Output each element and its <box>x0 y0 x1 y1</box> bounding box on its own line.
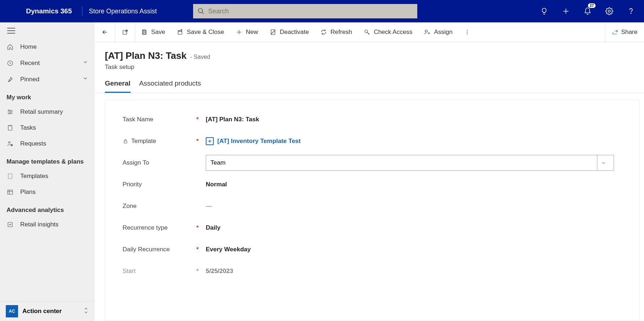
svg-rect-20 <box>8 190 13 194</box>
label-priority: Priority <box>123 181 195 188</box>
save-icon <box>141 29 148 35</box>
notification-count: 27 <box>588 3 596 8</box>
global-search[interactable] <box>193 4 417 18</box>
help-button[interactable] <box>625 5 637 17</box>
nav-pinned[interactable]: Pinned <box>0 71 95 87</box>
plus-icon <box>236 29 242 35</box>
app-switcher-badge: AC <box>6 305 18 317</box>
save-close-button[interactable]: Save & Close <box>171 22 230 42</box>
assign-button[interactable]: Assign <box>418 22 458 42</box>
clock-icon <box>7 60 13 66</box>
label-template: Template <box>123 138 195 145</box>
refresh-button[interactable]: Refresh <box>315 22 358 42</box>
required-marker: * <box>195 268 200 275</box>
deactivate-icon <box>270 29 276 35</box>
app-switcher[interactable]: AC Action center <box>0 301 95 321</box>
svg-rect-19 <box>8 174 12 179</box>
svg-point-36 <box>467 34 468 34</box>
svg-point-5 <box>631 13 631 13</box>
nav-pinned-label: Pinned <box>20 76 39 83</box>
pin-icon <box>7 76 13 83</box>
value-recurrence-type[interactable]: Daily <box>206 224 614 231</box>
main-area: Save Save & Close New Deactivate Refresh… <box>95 22 644 321</box>
nav-templates[interactable]: Templates <box>0 168 95 184</box>
assign-icon <box>424 29 430 35</box>
check-access-label: Check Access <box>374 29 413 36</box>
value-priority[interactable]: Normal <box>206 181 614 188</box>
save-button[interactable]: Save <box>135 22 171 42</box>
open-new-window-button[interactable] <box>115 22 135 42</box>
deactivate-button[interactable]: Deactivate <box>264 22 315 42</box>
nav-requests-label: Requests <box>20 140 46 147</box>
nav-home-label: Home <box>20 43 37 51</box>
chevron-down-icon <box>597 155 609 170</box>
brand-name[interactable]: Dynamics 365 <box>0 7 81 15</box>
svg-rect-26 <box>143 32 145 34</box>
notifications-button[interactable]: 27 <box>582 5 593 17</box>
nav-plans[interactable]: Plans <box>0 184 95 200</box>
chevron-down-icon[interactable] <box>82 75 88 83</box>
value-task-name[interactable]: [AT] Plan N3: Task <box>206 116 614 123</box>
nav-requests[interactable]: Requests <box>0 136 95 152</box>
lightbulb-icon[interactable] <box>538 5 550 17</box>
chevron-down-icon[interactable] <box>82 59 88 67</box>
field-assign-to: Assign To Team <box>123 152 614 174</box>
page-saved-label: - Saved <box>190 54 210 60</box>
value-template[interactable]: [AT] Inventory Template Test <box>206 137 614 145</box>
svg-line-1 <box>202 12 204 14</box>
field-priority: Priority Normal <box>123 174 614 195</box>
value-zone[interactable]: --- <box>206 203 614 210</box>
label-daily-recurrence: Daily Recurrence <box>123 246 195 253</box>
nav-tasks-label: Tasks <box>20 124 36 131</box>
page-subtitle: Task setup <box>105 64 644 71</box>
assign-to-select[interactable]: Team <box>206 155 614 171</box>
plus-icon[interactable] <box>560 5 572 17</box>
page-header: [AT] Plan N3: Task - Saved Task setup <box>95 42 644 71</box>
global-header: Dynamics 365 Store Operations Assist 27 <box>0 0 644 22</box>
label-recurrence-type: Recurrence type <box>123 224 195 231</box>
brand-divider <box>82 6 82 16</box>
svg-point-15 <box>9 113 10 114</box>
check-access-button[interactable]: Check Access <box>358 22 418 42</box>
nav-tasks[interactable]: Tasks <box>0 120 95 136</box>
new-button[interactable]: New <box>230 22 264 42</box>
save-label: Save <box>151 29 165 36</box>
svg-rect-37 <box>124 141 127 143</box>
chevrons-updown-icon[interactable] <box>83 307 89 316</box>
share-button[interactable]: Share <box>605 22 644 42</box>
header-icons: 27 <box>538 5 644 17</box>
refresh-label: Refresh <box>330 29 352 36</box>
nav-recent[interactable]: Recent <box>0 55 95 71</box>
bell-icon <box>584 7 592 15</box>
tab-general[interactable]: General <box>105 79 131 93</box>
required-marker: * <box>195 246 200 253</box>
app-switcher-label: Action center <box>22 308 62 315</box>
svg-point-35 <box>467 32 468 32</box>
back-button[interactable] <box>95 22 115 42</box>
nav-home[interactable]: Home <box>0 39 95 55</box>
overflow-button[interactable] <box>458 22 476 42</box>
svg-point-14 <box>11 112 12 113</box>
tab-associated-products[interactable]: Associated products <box>139 79 201 93</box>
svg-point-4 <box>608 10 610 12</box>
label-assign-to: Assign To <box>123 159 195 166</box>
svg-rect-25 <box>143 30 145 31</box>
nav-retail-insights[interactable]: Retail insights <box>0 217 95 233</box>
new-label: New <box>246 29 258 36</box>
field-daily-recurrence: Daily Recurrence * Every Weekday <box>123 239 614 260</box>
search-icon <box>197 8 205 15</box>
value-daily-recurrence[interactable]: Every Weekday <box>206 246 614 253</box>
label-start: Start <box>123 268 195 275</box>
hamburger-icon <box>7 27 15 34</box>
app-name[interactable]: Store Operations Assist <box>89 8 157 15</box>
settings-button[interactable] <box>604 5 615 17</box>
assign-to-value: Team <box>210 159 226 166</box>
hamburger-button[interactable] <box>0 22 95 39</box>
nav-retail-insights-label: Retail insights <box>20 221 59 228</box>
form-panel: Task Name * [AT] Plan N3: Task Template … <box>105 100 640 321</box>
svg-point-13 <box>9 110 10 111</box>
search-input[interactable] <box>205 8 413 15</box>
value-start[interactable]: 5/25/2023 <box>206 268 614 275</box>
nav-retail-summary[interactable]: Retail summary <box>0 104 95 120</box>
label-zone: Zone <box>123 203 195 210</box>
